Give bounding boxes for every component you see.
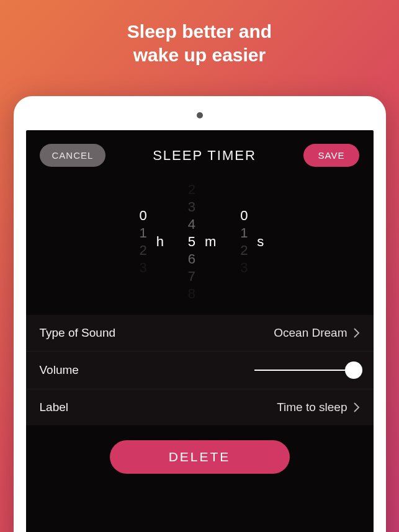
slider-thumb[interactable] [345, 361, 362, 379]
label-value: Time to sleep [277, 401, 347, 414]
chevron-right-icon [354, 328, 360, 338]
marketing-headline: Sleep better and wake up easier [0, 0, 399, 66]
delete-area: DELETE [40, 425, 360, 492]
volume-row: Volume [26, 352, 374, 389]
volume-label: Volume [40, 363, 79, 377]
top-bar: CANCEL SLEEP TIMER SAVE [40, 144, 360, 167]
sound-value: Ocean Dream [274, 326, 347, 340]
minutes-wheel[interactable]: 2 3 4 5 6 7 8 m [184, 190, 216, 293]
sound-label: Type of Sound [40, 326, 116, 340]
chevron-right-icon [354, 402, 360, 412]
headline-line-2: wake up easier [0, 43, 399, 67]
hours-unit: h [156, 234, 164, 250]
tablet-camera [197, 112, 203, 118]
hours-wheel[interactable]: 0 1 2 3 h [135, 190, 164, 293]
sound-row[interactable]: Type of Sound Ocean Dream [26, 315, 374, 352]
app-screen: CANCEL SLEEP TIMER SAVE 0 1 2 3 h 2 [26, 130, 374, 532]
label-row[interactable]: Label Time to sleep [26, 389, 374, 425]
hours-value: 0 [140, 207, 147, 224]
seconds-unit: s [257, 234, 264, 250]
minutes-unit: m [205, 234, 216, 250]
settings-list: Type of Sound Ocean Dream Volume Label T… [26, 315, 374, 425]
seconds-value: 0 [240, 207, 248, 224]
slider-track [254, 370, 360, 371]
cancel-button[interactable]: CANCEL [40, 144, 106, 167]
save-button[interactable]: SAVE [303, 144, 360, 167]
seconds-wheel[interactable]: 0 1 2 3 s [236, 190, 264, 293]
page-title: SLEEP TIMER [153, 148, 256, 164]
volume-slider[interactable] [254, 363, 360, 378]
time-picker[interactable]: 0 1 2 3 h 2 3 4 5 6 7 8 m [40, 190, 360, 293]
delete-button[interactable]: DELETE [110, 440, 290, 474]
minutes-value: 5 [188, 233, 195, 250]
headline-line-1: Sleep better and [0, 20, 399, 43]
tablet-frame: CANCEL SLEEP TIMER SAVE 0 1 2 3 h 2 [14, 96, 386, 532]
label-label: Label [40, 401, 69, 414]
